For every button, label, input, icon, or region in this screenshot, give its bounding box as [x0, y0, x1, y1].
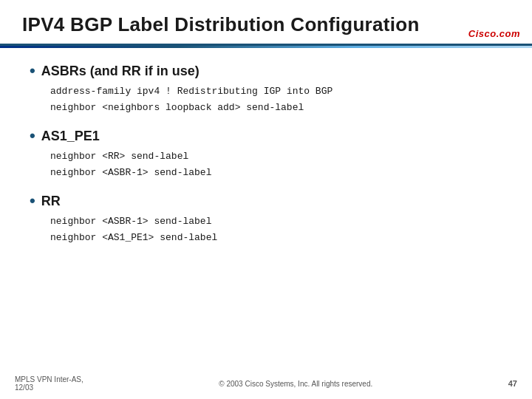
bullet-asbrs: • ASBRs (and RR if in use) — [30, 63, 502, 79]
bullet-as1pe1: • AS1_PE1 — [30, 128, 502, 144]
code-line-asbrs-0: address-family ipv4 ! Redistributing IGP… — [50, 83, 502, 100]
bullet-as1pe1-label: AS1_PE1 — [41, 129, 100, 144]
code-line-rr-1: neighbor <AS1_PE1> send-label — [50, 230, 502, 246]
bullet-dot-rr: • — [30, 193, 35, 209]
bullet-section-as1pe1: • AS1_PE1 neighbor <RR> send-label neigh… — [30, 128, 502, 181]
bullet-dot-as1pe1: • — [30, 128, 35, 144]
slide-footer: MPLS VPN Inter-AS, 12/03 © 2003 Cisco Sy… — [0, 375, 532, 392]
code-line-as1pe1-0: neighbor <RR> send-label — [50, 149, 502, 165]
bullet-asbrs-label: ASBRs (and RR if in use) — [41, 64, 200, 79]
code-line-asbrs-1: neighbor <neighbors loopback add> send-l… — [50, 100, 502, 116]
footer-date: 12/03 — [15, 383, 83, 392]
code-line-as1pe1-1: neighbor <ASBR-1> send-label — [50, 165, 502, 181]
footer-course-name: MPLS VPN Inter-AS, — [15, 375, 83, 383]
bullet-rr: • RR — [30, 193, 502, 209]
slide-content: • ASBRs (and RR if in use) address-famil… — [0, 48, 532, 266]
code-block-rr: neighbor <ASBR-1> send-label neighbor <A… — [50, 214, 502, 246]
code-block-as1pe1: neighbor <RR> send-label neighbor <ASBR-… — [50, 149, 502, 181]
code-line-rr-0: neighbor <ASBR-1> send-label — [50, 214, 502, 230]
slide-title: IPV4 BGP Label Distribution Configuratio… — [22, 13, 420, 35]
bullet-section-rr: • RR neighbor <ASBR-1> send-label neighb… — [30, 193, 502, 246]
bullet-dot-asbrs: • — [30, 63, 35, 79]
code-block-asbrs: address-family ipv4 ! Redistributing IGP… — [50, 83, 502, 116]
footer-copyright: © 2003 Cisco Systems, Inc. All rights re… — [219, 380, 372, 388]
cisco-logo: Cisco.com — [468, 28, 520, 39]
bullet-rr-label: RR — [41, 194, 61, 209]
cisco-logo-text: Cisco.com — [468, 28, 520, 39]
footer-left: MPLS VPN Inter-AS, 12/03 — [15, 375, 83, 392]
slide-header: IPV4 BGP Label Distribution Configuratio… — [0, 0, 532, 46]
slide: IPV4 BGP Label Distribution Configuratio… — [0, 0, 532, 399]
bullet-section-asbrs: • ASBRs (and RR if in use) address-famil… — [30, 63, 502, 116]
footer-page-number: 47 — [508, 379, 517, 388]
